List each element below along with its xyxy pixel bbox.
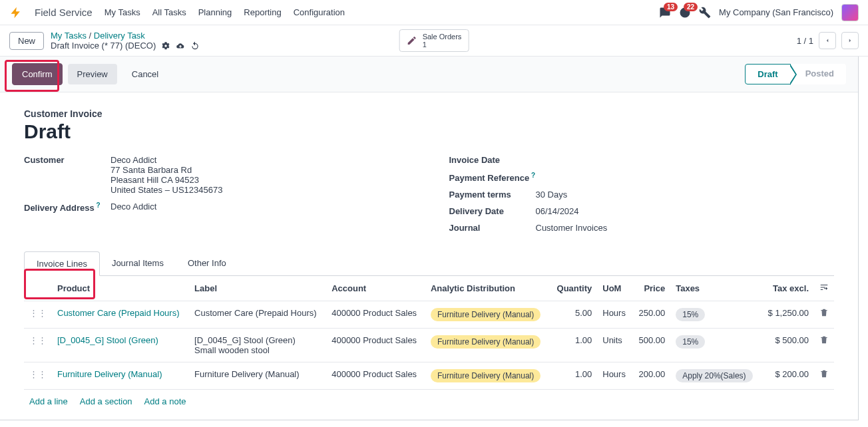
cell-label[interactable]: [D_0045_G] Stool (Green)Small wooden sto… [189,329,326,362]
tab-other-info[interactable]: Other Info [176,251,238,275]
smart-count: 1 [423,41,462,49]
cell-label[interactable]: Customer Care (Prepaid Hours) [189,301,326,329]
cell-delete[interactable] [814,362,834,390]
cell-product[interactable]: Furniture Delivery (Manual) [52,362,189,390]
payment-terms-value[interactable]: 30 Days [536,190,568,200]
table-row[interactable]: ⋮⋮ [D_0045_G] Stool (Green) [D_0045_G] S… [24,329,834,362]
tools-icon[interactable] [699,7,711,19]
cell-taxexcl[interactable]: $ 500.00 [761,329,814,362]
cell-product[interactable]: Customer Care (Prepaid Hours) [52,301,189,329]
invoice-date-label: Invoice Date [449,155,536,165]
cell-label[interactable]: Furniture Delivery (Manual) [189,362,326,390]
nav-reporting[interactable]: Reporting [244,7,281,17]
preview-button[interactable]: Preview [68,64,117,84]
cell-uom[interactable]: Hours [597,301,632,329]
status-posted[interactable]: Posted [791,64,846,84]
cell-account[interactable]: 400000 Product Sales [326,301,425,329]
activities-badge: 22 [684,3,698,11]
cell-taxes[interactable]: 15% [670,329,761,362]
nav-all-tasks[interactable]: All Tasks [152,7,186,17]
cell-qty[interactable]: 1.00 [550,329,597,362]
nav-my-tasks[interactable]: My Tasks [105,7,140,17]
trash-icon [819,335,829,345]
customer-value[interactable]: Deco Addict 77 Santa Barbara Rd Pleasant… [110,155,222,195]
th-label[interactable]: Label [189,276,326,301]
nav-planning[interactable]: Planning [198,7,232,17]
cell-price[interactable]: 500.00 [632,329,671,362]
company-name[interactable]: My Company (San Francisco) [719,7,833,17]
crumb-my-tasks[interactable]: My Tasks [51,31,87,41]
th-quantity[interactable]: Quantity [550,276,597,301]
add-note[interactable]: Add a note [144,396,186,406]
app-title[interactable]: Field Service [35,7,93,18]
drag-handle-icon[interactable]: ⋮⋮ [24,301,52,329]
th-price[interactable]: Price [632,276,671,301]
cell-qty[interactable]: 1.00 [550,362,597,390]
crumb-delivery-task[interactable]: Delivery Task [94,31,145,41]
pager-next[interactable] [841,32,859,49]
th-taxes[interactable]: Taxes [670,276,761,301]
tab-invoice-lines[interactable]: Invoice Lines [24,251,100,276]
table-row[interactable]: ⋮⋮ Customer Care (Prepaid Hours) Custome… [24,301,834,329]
cell-price[interactable]: 200.00 [632,362,671,390]
activities-icon[interactable]: 22 [679,7,691,19]
th-account[interactable]: Account [326,276,425,301]
delivery-date-label: Delivery Date [449,206,536,216]
options-icon[interactable] [819,283,829,292]
cell-product[interactable]: [D_0045_G] Stool (Green) [52,329,189,362]
chat-icon[interactable]: 13 [659,7,671,19]
record-title: Draft Invoice (* 77) (DECO) [51,41,156,51]
cell-uom[interactable]: Hours [597,362,632,390]
th-taxexcl[interactable]: Tax excl. [761,276,814,301]
cloud-upload-icon[interactable] [176,41,185,51]
cell-qty[interactable]: 5.00 [550,301,597,329]
help-icon[interactable]: ? [95,202,101,209]
cell-account[interactable]: 400000 Product Sales [326,329,425,362]
cell-taxexcl[interactable]: $ 1,250.00 [761,301,814,329]
cell-uom[interactable]: Units [597,329,632,362]
navbar: Field Service My Tasks All Tasks Plannin… [0,0,868,25]
invoice-lines-table: Product Label Account Analytic Distribut… [24,276,834,390]
th-product[interactable]: Product [52,276,189,301]
cell-account[interactable]: 400000 Product Sales [326,362,425,390]
cell-delete[interactable] [814,301,834,329]
delivery-date-value[interactable]: 06/14/2024 [536,206,579,216]
cancel-button[interactable]: Cancel [122,64,168,84]
th-uom[interactable]: UoM [597,276,632,301]
add-section[interactable]: Add a section [80,396,132,406]
drag-handle-icon[interactable]: ⋮⋮ [24,329,52,362]
delivery-address-value[interactable]: Deco Addict [110,202,156,213]
drag-handle-icon[interactable]: ⋮⋮ [24,362,52,390]
status-draft[interactable]: Draft [745,64,790,84]
cell-taxes[interactable]: 15% [670,301,761,329]
tab-journal-items[interactable]: Journal Items [100,251,176,275]
cell-analytic[interactable]: Furniture Delivery (Manual) [425,301,550,329]
th-analytic[interactable]: Analytic Distribution [425,276,550,301]
pager-prev[interactable] [819,32,836,49]
table-row[interactable]: ⋮⋮ Furniture Delivery (Manual) Furniture… [24,362,834,390]
cell-analytic[interactable]: Furniture Delivery (Manual) [425,362,550,390]
nav-configuration[interactable]: Configuration [294,7,345,17]
smart-button-sale-orders[interactable]: Sale Orders 1 [399,29,469,52]
delivery-address-label: Delivery Address ? [24,202,110,213]
cell-delete[interactable] [814,329,834,362]
doc-type-label: Customer Invoice [24,108,834,119]
journal-value[interactable]: Customer Invoices [536,223,608,233]
cell-taxes[interactable]: Apply 20%(Sales) [670,362,761,390]
journal-label: Journal [449,223,536,233]
add-line[interactable]: Add a line [29,396,68,406]
cell-taxexcl[interactable]: $ 200.00 [761,362,814,390]
help-icon[interactable]: ? [529,172,535,179]
undo-icon[interactable] [190,41,200,51]
cell-analytic[interactable]: Furniture Delivery (Manual) [425,329,550,362]
confirm-button[interactable]: Confirm [12,63,63,85]
pager-text[interactable]: 1 / 1 [797,36,813,46]
gear-icon[interactable] [161,41,170,51]
cell-price[interactable]: 250.00 [632,301,671,329]
new-button[interactable]: New [9,32,44,50]
statusbar: Confirm Preview Cancel Draft Posted [0,57,858,92]
doc-title: Draft [24,120,834,143]
notebook-tabs: Invoice Lines Journal Items Other Info [24,251,834,276]
trash-icon [819,369,829,378]
avatar[interactable] [841,4,859,21]
